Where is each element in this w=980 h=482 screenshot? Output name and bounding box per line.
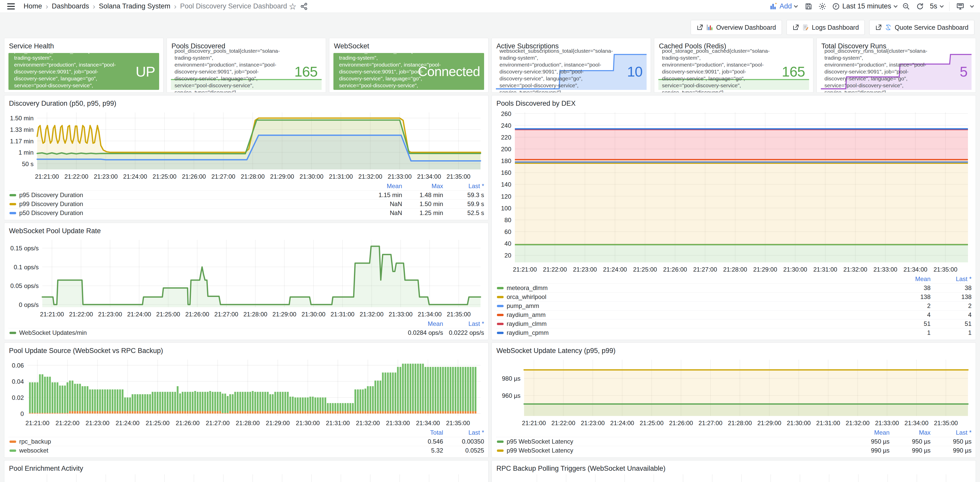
legend-col-header[interactable]: Last * [443,429,484,436]
panel-title[interactable]: RPC Backup Polling Triggers (WebSocket U… [496,464,972,473]
panel-total-discovery-runs: Total Discovery Runs pool_discovery_runs… [816,38,976,93]
link-logs-dashboard[interactable]: Logs Dashboard [786,20,865,35]
panel-title[interactable]: Discovery Duration (p50, p95, p99) [9,99,484,108]
stat-body[interactable]: websocket_connection_status{cluster="sol… [333,53,484,90]
legend-col-header[interactable]: Last * [443,182,484,190]
legend-series-label[interactable]: pump_amm [507,302,889,309]
refresh-icon[interactable] [915,1,926,12]
refresh-interval-dropdown[interactable]: 5s [928,2,944,10]
legend-series-label[interactable]: p99 Discovery Duration [19,200,361,208]
stat-body[interactable]: pool_discovery_pools_total{cluster="sola… [171,53,321,90]
legend-series-label[interactable]: meteora_dlmm [507,284,889,292]
svg-text:21:28:00: 21:28:00 [728,420,752,427]
panel-title[interactable]: Pool Update Source (WebSocket vs RPC Bac… [9,346,484,355]
legend-series-label[interactable]: orca_whirlpool [507,293,889,301]
rpc-triggers-chart[interactable]: 0.004 ops/s [496,474,972,482]
pool-enrichment-chart[interactable] [8,474,484,482]
stat-body[interactable]: pool_discovery_runs_total{cluster="solan… [821,53,972,90]
legend-col-header[interactable]: Max [402,182,443,190]
stat-body[interactable]: websocket_subscriptions_total{cluster="s… [496,53,647,90]
svg-text:21:34:00: 21:34:00 [416,420,440,427]
legend-col-header[interactable]: Mean [848,429,889,436]
chevron-down-icon [894,4,898,8]
svg-text:1.50 min: 1.50 min [10,115,33,122]
legend-row: orca_whirlpool 138 138 [496,292,972,301]
legend-value: 4 [889,311,931,319]
legend-value: 0.0284 ops/s [402,329,443,336]
breadcrumb-dashboards[interactable]: Dashboards [52,2,89,10]
legend-series-label[interactable]: p99 WebSocket Latency [507,447,848,454]
legend-col-header[interactable]: Mean [889,276,931,282]
legend-series-label[interactable]: p95 Discovery Duration [19,192,361,199]
ws-latency-chart[interactable]: 21:21:0021:22:0021:23:0021:24:0021:25:00… [496,357,972,428]
link-quote-service-dashboard[interactable]: $ Quote Service Dashboard [869,20,974,35]
svg-text:21:35:00: 21:35:00 [934,420,958,427]
svg-text:0.06: 0.06 [12,362,24,369]
legend-col-header[interactable]: Max [889,429,931,436]
svg-text:21:29:00: 21:29:00 [753,266,777,273]
nav-actions: Add Last 15 minutes 5s [770,1,973,12]
settings-gear-icon[interactable] [817,1,828,12]
chevron-down-icon[interactable] [970,4,974,8]
svg-text:21:25:00: 21:25:00 [146,420,169,427]
legend-value: 990 µs [931,447,972,454]
panel-title[interactable]: WebSocket Update Latency (p95, p99) [496,346,972,355]
zoom-out-icon[interactable] [900,1,912,12]
legend-series-label[interactable]: p50 Discovery Duration [19,209,361,217]
legend-col-header[interactable]: Mean [361,182,402,190]
legend-value: 1 [889,329,931,336]
legend-row: raydium_amm 4 4 [496,310,972,319]
link-overview-dashboard[interactable]: Overview Dashboard [690,20,782,35]
legend-col-header[interactable]: Last * [931,276,972,282]
time-range-picker[interactable]: Last 15 minutes [830,2,898,10]
legend-col-header[interactable]: Last * [443,320,484,327]
stats-row: Service Health pool_discovery_service_he… [4,38,976,93]
stat-value: UP [135,63,155,80]
legend-col-header[interactable]: Total [402,429,443,436]
ws-update-rate-chart[interactable]: 21:21:0021:22:0021:23:0021:24:0021:25:00… [8,237,484,319]
panel-title[interactable]: Pools Discovered by DEX [496,99,972,108]
menu-icon[interactable] [7,3,15,10]
kiosk-mode-icon[interactable] [955,1,966,12]
breadcrumb-home[interactable]: Home [24,2,42,10]
svg-text:21:33:00: 21:33:00 [875,420,899,427]
panel-cached-pools: Cached Pools (Redis) pool_storage_pools_… [654,38,813,93]
svg-text:21:24:00: 21:24:00 [603,266,627,273]
legend-series-label[interactable]: raydium_amm [507,311,889,319]
panel-pool-enrichment: Pool Enrichment Activity [4,460,488,482]
panel-title[interactable]: WebSocket Pool Update Rate [9,227,484,235]
legend-series-label[interactable]: websocket [19,447,402,454]
legend-series-label[interactable]: rpc_backup [19,438,402,445]
legend-value: 59.3 s [443,192,484,199]
toolbar-divider [949,2,950,11]
legend-value: 1.25 min [402,209,443,217]
svg-text:40: 40 [504,240,511,247]
legend-col-header[interactable]: Last * [931,429,972,436]
legend-series-label[interactable]: raydium_clmm [507,320,889,327]
svg-text:100: 100 [501,205,511,212]
star-icon[interactable]: ☆ [287,1,298,12]
legend-series-label[interactable]: raydium_cpmm [507,329,889,336]
legend-series-label[interactable]: WebSocket Updates/min [19,329,402,336]
svg-text:1.17 min: 1.17 min [10,138,33,144]
add-panel-button[interactable]: Add [770,2,797,10]
update-source-chart[interactable]: 21:21:0021:22:0021:23:0021:24:0021:25:00… [8,357,484,428]
save-dashboard-icon[interactable] [803,1,814,12]
svg-text:21:23:00: 21:23:00 [581,420,605,427]
legend-row: websocket 5.32 0.0525 [8,446,484,455]
svg-text:21:28:00: 21:28:00 [723,266,747,273]
breadcrumb-folder[interactable]: Solana Trading System [99,2,170,10]
stat-body[interactable]: pool_discovery_service_health{cluster="s… [8,53,159,90]
panel-pools-discovered: Pools Discovered pool_discovery_pools_to… [167,38,326,93]
discovery-duration-chart[interactable]: 21:21:0021:22:0021:23:0021:24:0021:25:00… [8,109,484,181]
legend-series-label[interactable]: p95 WebSocket Latency [507,438,848,445]
legend-value: 1.15 min [361,192,402,199]
add-panel-icon [770,3,778,10]
svg-text:21:21:00: 21:21:00 [513,266,537,273]
legend-col-header[interactable]: Mean [402,320,443,327]
pools-by-dex-chart[interactable]: 21:21:0021:22:0021:23:0021:24:0021:25:00… [496,109,972,274]
panel-title[interactable]: Pool Enrichment Activity [9,464,484,473]
stat-body[interactable]: pool_storage_pools_cached{cluster="solan… [659,53,809,90]
svg-text:21:23:00: 21:23:00 [86,420,110,427]
share-icon[interactable] [298,1,310,12]
